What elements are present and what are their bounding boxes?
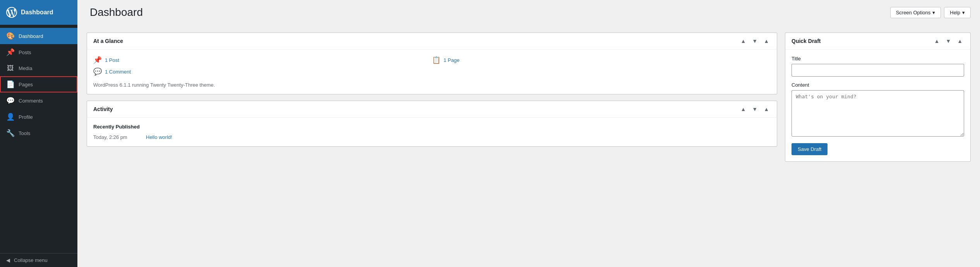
collapse-icon: ◀ [6,257,10,263]
page-title: Dashboard [90,6,143,19]
sidebar-item-media[interactable]: 🖼 Media [0,60,77,76]
glance-grid: 📌 1 Post 📋 1 Page 💬 1 Comment [93,56,771,76]
title-input[interactable] [792,64,964,77]
activity-toggle-button[interactable]: ▲ [762,106,771,113]
sidebar-item-pages[interactable]: 📄 Pages [0,76,77,92]
content-area: At a Glance ▲ ▼ ▲ 📌 1 Post 📋 [77,25,980,267]
quick-draft-title: Quick Draft [792,38,821,44]
glance-posts: 📌 1 Post [93,56,432,64]
sidebar-header[interactable]: Dashboard [0,0,77,25]
wordpress-icon [6,7,17,18]
sidebar-item-label-tools: Tools [19,130,71,136]
content-textarea[interactable] [792,90,964,137]
content-field: Content [792,82,964,138]
collapse-menu-button[interactable]: ◀ Collapse menu [0,253,77,267]
screen-options-label: Screen Options [896,10,931,15]
at-a-glance-body: 📌 1 Post 📋 1 Page 💬 1 Comment WordPress … [87,50,777,94]
at-a-glance-controls: ▲ ▼ ▲ [739,38,771,44]
collapse-label: Collapse menu [14,257,48,263]
comments-link[interactable]: 1 Comment [105,69,131,75]
sidebar-item-label-dashboard: Dashboard [19,33,71,39]
sidebar-item-label-media: Media [19,65,71,71]
sidebar-item-label-posts: Posts [19,50,71,55]
quick-draft-widget: Quick Draft ▲ ▼ ▲ Title Content [785,33,971,162]
posts-icon: 📌 [6,48,15,56]
sidebar-nav: 🎨 Dashboard 📌 Posts 🖼 Media 📄 Pages 💬 Co… [0,25,77,253]
comment-icon: 💬 [93,67,102,76]
activity-title: Activity [93,106,113,112]
sidebar-item-label-comments: Comments [19,98,71,104]
save-draft-button[interactable]: Save Draft [792,143,828,155]
at-a-glance-title: At a Glance [93,38,123,44]
tools-icon: 🔧 [6,129,15,137]
content-label: Content [792,82,964,88]
screen-options-button[interactable]: Screen Options ▾ [890,7,941,18]
right-column: Quick Draft ▲ ▼ ▲ Title Content [785,33,971,259]
page-icon: 📋 [432,56,440,64]
activity-widget: Activity ▲ ▼ ▲ Recently Published Today,… [87,101,777,147]
activity-body: Recently Published Today, 2:26 pm Hello … [87,118,777,146]
pages-link[interactable]: 1 Page [444,57,459,63]
activity-post-link[interactable]: Hello world! [146,134,172,140]
activity-header: Activity ▲ ▼ ▲ [87,101,777,118]
activity-row: Today, 2:26 pm Hello world! [93,134,771,140]
sidebar-title: Dashboard [21,9,53,16]
activity-time: Today, 2:26 pm [93,134,140,140]
help-label: Help [950,10,960,15]
at-a-glance-widget: At a Glance ▲ ▼ ▲ 📌 1 Post 📋 [87,33,777,94]
media-icon: 🖼 [6,64,15,72]
sidebar: Dashboard 🎨 Dashboard 📌 Posts 🖼 Media 📄 … [0,0,77,267]
quick-draft-toggle-button[interactable]: ▲ [956,38,964,44]
glance-pages: 📋 1 Page [432,56,771,64]
sidebar-item-comments[interactable]: 💬 Comments [0,92,77,109]
sidebar-item-label-profile: Profile [19,114,71,120]
sidebar-item-dashboard[interactable]: 🎨 Dashboard [0,28,77,44]
quick-draft-controls: ▲ ▼ ▲ [932,38,964,44]
wordpress-status: WordPress 6.1.1 running Twenty Twenty-Th… [93,82,771,88]
activity-controls: ▲ ▼ ▲ [739,106,771,113]
help-button[interactable]: Help ▾ [944,7,971,18]
glance-comments: 💬 1 Comment [93,67,432,76]
quick-draft-collapse-down-button[interactable]: ▼ [944,38,953,44]
pages-icon: 📄 [6,80,15,89]
sidebar-item-posts[interactable]: 📌 Posts [0,44,77,60]
quick-draft-body: Title Content Save Draft [785,50,970,161]
screen-options-chevron-icon: ▾ [932,10,935,15]
posts-link[interactable]: 1 Post [105,57,119,63]
topbar: Dashboard Screen Options ▾ Help ▾ [77,0,980,25]
activity-collapse-up-button[interactable]: ▲ [739,106,747,113]
sidebar-item-profile[interactable]: 👤 Profile [0,109,77,125]
recently-published-label: Recently Published [93,124,771,130]
at-a-glance-collapse-down-button[interactable]: ▼ [750,38,759,44]
sidebar-item-label-pages: Pages [19,82,71,87]
title-label: Title [792,56,964,62]
comments-icon: 💬 [6,96,15,105]
title-field: Title [792,56,964,77]
pin-icon: 📌 [93,56,102,64]
at-a-glance-header: At a Glance ▲ ▼ ▲ [87,33,777,50]
quick-draft-collapse-up-button[interactable]: ▲ [932,38,941,44]
topbar-actions: Screen Options ▾ Help ▾ [890,7,971,18]
sidebar-item-tools[interactable]: 🔧 Tools [0,125,77,141]
at-a-glance-collapse-up-button[interactable]: ▲ [739,38,747,44]
quick-draft-header: Quick Draft ▲ ▼ ▲ [785,33,970,50]
help-chevron-icon: ▾ [962,10,965,15]
profile-icon: 👤 [6,113,15,121]
activity-collapse-down-button[interactable]: ▼ [750,106,759,113]
dashboard-icon: 🎨 [6,32,15,40]
left-column: At a Glance ▲ ▼ ▲ 📌 1 Post 📋 [87,33,777,259]
at-a-glance-toggle-button[interactable]: ▲ [762,38,771,44]
main-content: Dashboard Screen Options ▾ Help ▾ At a G… [77,0,980,267]
